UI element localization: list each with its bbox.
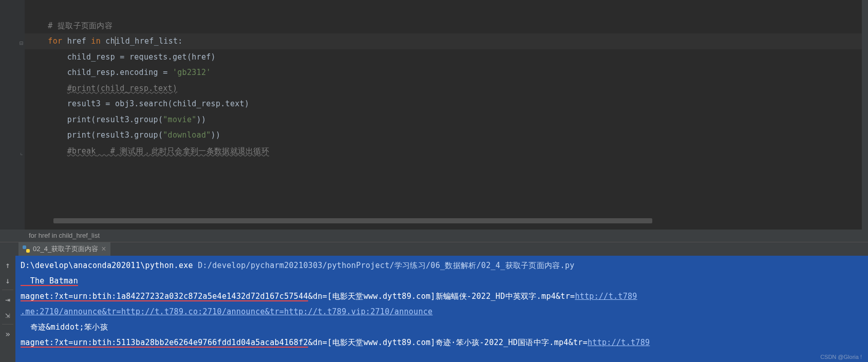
down-icon[interactable]: ↓ (2, 274, 14, 287)
run-tab-label: 02_4_获取子页面内容 (33, 244, 98, 254)
export-icon[interactable]: ⇲ (2, 309, 14, 321)
horizontal-scrollbar[interactable] (53, 218, 652, 223)
close-icon[interactable]: × (101, 244, 106, 254)
watermark: CSDN @Gloria ! (820, 354, 862, 360)
wrap-icon[interactable]: ⇥ (2, 293, 14, 306)
run-tab-bar: 02_4_获取子页面内容 × (0, 242, 868, 256)
console-movie-2: 奇迹&middot;笨小孩 (21, 322, 108, 332)
console-exe-path: D:\develop\anaconda202011\python.exe (21, 261, 198, 270)
commented-print: #print(child_resp.text) (67, 84, 178, 93)
separator (2, 324, 13, 325)
console-magnet-1: magnet:?xt=urn:btih:1a84227232a032c872a5… (21, 292, 308, 301)
vertical-scrollbar[interactable] (862, 0, 868, 230)
console-toolbar: ↑ ↓ ⇥ ⇲ » (0, 256, 15, 362)
console-magnet-2: magnet:?xt=urn:btih:5113ba28bb2e6264e976… (21, 338, 308, 347)
separator (2, 290, 13, 290)
breadcrumb: for href in child_href_list (0, 230, 868, 242)
fold-marker-start[interactable]: ⊟ (20, 40, 25, 45)
code-comment: # 提取子页面内容 (48, 21, 112, 30)
more-icon[interactable]: » (2, 328, 14, 340)
python-icon (23, 245, 30, 253)
console-tracker-link[interactable]: http://t.t789 (575, 292, 637, 301)
console-movie-1: The Batman (21, 276, 78, 285)
code-line-for[interactable]: for href in child_href_list: (25, 33, 868, 49)
console-output[interactable]: D:\develop\anaconda202011\python.exe D:/… (15, 256, 868, 362)
editor-area[interactable]: ⊟ ⌞ # 提取子页面内容 for href in child_href_lis… (0, 0, 868, 230)
console-script-path[interactable]: D:/develop/pycharm20210303/pythonProject… (198, 261, 574, 270)
code-content[interactable]: # 提取子页面内容 for href in child_href_list: c… (25, 0, 868, 230)
run-tab[interactable]: 02_4_获取子页面内容 × (18, 242, 110, 256)
console-tracker-link-cont[interactable]: .me:2710/announce&tr=http://t.t789.co:27… (21, 307, 432, 316)
up-icon[interactable]: ↑ (2, 259, 14, 271)
gutter: ⊟ ⌞ (0, 0, 25, 230)
console-tracker-link-2[interactable]: http://t.t789 (588, 338, 650, 347)
fold-marker-end[interactable]: ⌞ (20, 149, 25, 154)
